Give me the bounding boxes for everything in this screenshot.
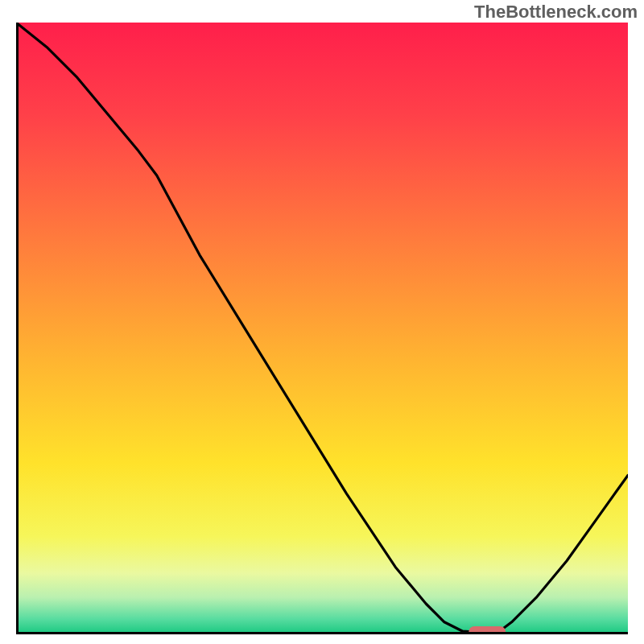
chart-svg	[16, 23, 628, 634]
chart-plot-area	[16, 23, 628, 634]
chart-axis-bottom	[16, 632, 628, 634]
chart-axis-left	[16, 23, 19, 634]
watermark-text: TheBottleneck.com	[474, 2, 638, 23]
